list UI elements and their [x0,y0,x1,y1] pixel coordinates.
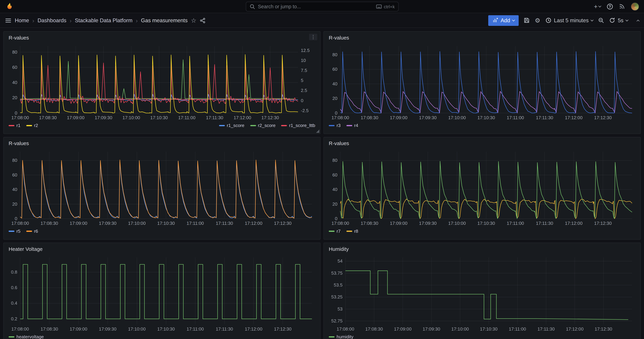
legend-item-r1_score[interactable]: r1_score [219,123,244,128]
panel-r-values-3: R-values 02040608017:08:0017:08:3017:09:… [3,137,320,240]
legend-marker [26,230,32,232]
chart-svg[interactable]: 020406080-2.502.557.51012.517:08:0017:08… [8,42,316,121]
add-button[interactable]: Add [488,15,519,26]
svg-text:17:08:00: 17:08:00 [12,221,29,226]
chart-svg[interactable]: 02040608017:08:0017:08:3017:09:0017:09:3… [328,42,636,121]
svg-text:17:09:30: 17:09:30 [419,115,437,120]
panel-header[interactable]: Heater Voltage [8,245,316,253]
chart-svg[interactable]: 52.755353.2553.553.755417:08:0017:08:301… [328,253,636,332]
legend-item-r6[interactable]: r6 [26,228,38,234]
panel-title[interactable]: R-values [329,140,349,146]
svg-text:17:11:00: 17:11:00 [178,115,196,120]
legend-item-r7[interactable]: r7 [329,228,341,234]
panel-r-values-2: R-values 02040608017:08:0017:08:3017:09:… [324,31,641,134]
refresh-picker[interactable]: 5s [609,17,628,24]
panel-header[interactable]: R-values [8,34,316,42]
panel-title[interactable]: Humidity [329,246,349,252]
legend-label: humidity [337,334,354,339]
panel-title[interactable]: Heater Voltage [8,246,42,252]
panel-header[interactable]: R-values [328,140,636,148]
panel-header[interactable]: Humidity [328,245,636,253]
legend-marker [8,125,14,126]
panel-title[interactable]: R-values [8,140,29,146]
legend-label: r2 [34,123,38,128]
grafana-logo-icon[interactable] [5,2,14,11]
chart-area[interactable]: 0.20.40.60.817:08:0017:08:3017:09:0017:0… [8,253,316,332]
svg-text:17:11:00: 17:11:00 [186,221,204,226]
help-button[interactable] [606,3,613,10]
new-button[interactable]: + [594,3,601,10]
top-nav: Search or jump to... ctrl+k + [0,0,644,13]
chart-svg[interactable]: 02040608017:08:0017:08:3017:09:0017:09:3… [328,148,636,227]
legend-item-r8[interactable]: r8 [346,228,358,234]
share-button[interactable] [200,18,206,23]
collapse-toolbar-button[interactable] [637,19,639,22]
legend-item-humidity[interactable]: humidity [329,334,354,339]
legend-label: r4 [354,123,358,128]
chart-area[interactable]: 02040608017:08:0017:08:3017:09:0017:09:3… [328,148,636,227]
legend-item-r1[interactable]: r1 [8,123,20,128]
panel-title[interactable]: R-values [329,35,349,41]
grafana-app: Search or jump to... ctrl+k + [0,0,644,339]
search-input[interactable]: Search or jump to... ctrl+k [246,2,398,12]
svg-text:17:08:00: 17:08:00 [12,115,29,120]
panel-header[interactable]: R-values [8,140,316,148]
breadcrumb-dashboard-title[interactable]: Gas measurements [141,17,188,24]
user-avatar[interactable] [631,2,639,10]
breadcrumb-home[interactable]: Home [15,17,29,24]
menu-toggle-button[interactable] [5,17,12,24]
legend-marker [8,336,14,337]
breadcrumb-dashboards[interactable]: Dashboards [38,17,66,24]
chart-area[interactable]: 52.755353.2553.553.755417:08:0017:08:301… [328,253,636,332]
chevron-right-icon: › [70,18,72,23]
panel-title[interactable]: R-values [8,35,29,41]
star-icon: ☆ [191,17,196,24]
legend-item-r5[interactable]: r5 [8,228,20,234]
save-dashboard-button[interactable] [524,17,530,24]
svg-text:20: 20 [332,202,337,207]
zoom-out-icon [598,17,604,24]
svg-text:17:09:00: 17:09:00 [394,326,412,332]
svg-text:17:09:00: 17:09:00 [70,326,87,332]
svg-text:0.2: 0.2 [11,316,17,322]
panel-r-values-1: R-values ⋮ 020406080-2.502.557.51012.517… [3,31,320,134]
svg-text:80: 80 [12,50,17,55]
chart-area[interactable]: 02040608017:08:0017:08:3017:09:0017:09:3… [328,42,636,121]
legend-item-heatervoltage[interactable]: heatervoltage [8,334,44,339]
legend-item-r2_score[interactable]: r2_score [250,123,276,128]
svg-text:0: 0 [335,216,338,221]
svg-text:17:12:30: 17:12:30 [274,221,292,226]
chevron-right-icon: › [32,18,34,23]
gear-icon: ⚙ [535,17,540,24]
plus-icon: + [594,3,598,10]
dashboard-settings-button[interactable]: ⚙ [535,17,540,24]
news-button[interactable] [619,3,625,10]
legend: humidity [328,332,636,339]
legend-item-r3[interactable]: r3 [329,123,341,128]
chart-area[interactable]: 020406080-2.502.557.51012.517:08:0017:08… [8,42,316,121]
svg-text:17:10:30: 17:10:30 [480,326,498,332]
breadcrumb-folder[interactable]: Stackable Data Platform [75,17,132,24]
legend-label: r3 [337,123,341,128]
legend-label: r7 [337,228,341,234]
keyboard-icon [376,4,382,9]
svg-text:17:12:30: 17:12:30 [274,326,292,332]
share-icon [200,18,206,23]
svg-text:17:11:30: 17:11:30 [536,115,553,120]
panel-menu-button[interactable]: ⋮ [309,34,317,40]
legend-item-r1_score_lttb[interactable]: r1_score_lttb [281,123,315,128]
zoom-out-time-button[interactable] [598,17,604,24]
chart-area[interactable]: 02040608017:08:0017:08:3017:09:0017:09:3… [8,148,316,227]
legend-item-r4[interactable]: r4 [346,123,358,128]
chart-svg[interactable]: 0.20.40.60.817:08:0017:08:3017:09:0017:0… [8,253,316,332]
svg-text:17:10:30: 17:10:30 [150,115,168,120]
legend-label: heatervoltage [16,334,44,339]
time-range-picker[interactable]: Last 5 minutes [545,17,593,24]
legend-item-r2[interactable]: r2 [26,123,38,128]
panel-resize-handle[interactable] [316,130,319,133]
panel-header[interactable]: R-values [328,34,636,42]
favorite-star-button[interactable]: ☆ [191,17,196,24]
svg-text:80: 80 [332,158,337,163]
svg-text:12.5: 12.5 [301,48,310,53]
chart-svg[interactable]: 02040608017:08:0017:08:3017:09:0017:09:3… [8,148,316,227]
